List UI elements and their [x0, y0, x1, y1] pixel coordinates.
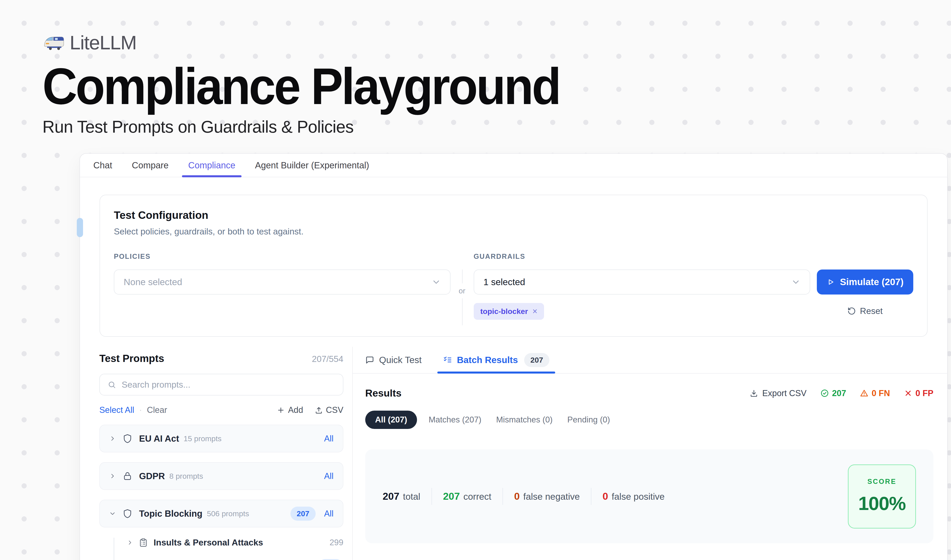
fn-count: 0 FN — [871, 389, 890, 398]
filter-mismatches[interactable]: Mismatches (0) — [496, 415, 552, 425]
false-negative-stat: 0false negative — [514, 491, 580, 502]
reset-label: Reset — [860, 306, 883, 316]
train-logo-icon — [42, 34, 65, 51]
lock-icon — [123, 471, 132, 481]
group-name: EU AI Act — [139, 434, 179, 444]
tab-agent-builder[interactable]: Agent Builder (Experimental) — [245, 154, 379, 177]
filter-pending[interactable]: Pending (0) — [567, 415, 610, 425]
chevron-down-icon — [432, 277, 441, 286]
group-name: Topic Blocking — [139, 509, 203, 519]
filter-matches[interactable]: Matches (207) — [429, 415, 482, 425]
reset-button[interactable]: Reset — [848, 306, 883, 316]
main-card: Chat Compare Compliance Agent Builder (E… — [80, 153, 948, 560]
export-csv-label: Export CSV — [762, 389, 806, 398]
upload-icon — [315, 406, 323, 414]
divider — [591, 488, 591, 505]
clipboard-icon — [139, 538, 148, 547]
group-all-link[interactable]: All — [324, 509, 334, 518]
x-icon — [904, 389, 913, 397]
config-subtitle: Select policies, guardrails, or both to … — [114, 227, 913, 237]
checklist-icon — [443, 355, 452, 365]
test-prompts-panel: Test Prompts 207/554 Select All · Clear … — [80, 347, 353, 560]
filter-all[interactable]: All (207) — [365, 411, 417, 429]
total-stat: 207total — [383, 491, 420, 502]
policies-select-value: None selected — [124, 277, 182, 288]
search-input[interactable] — [122, 380, 335, 390]
brand-name: LiteLLM — [70, 31, 136, 54]
select-all-link[interactable]: Select All — [99, 405, 134, 415]
config-title: Test Configuration — [114, 209, 913, 221]
search-icon — [108, 381, 116, 389]
prompts-title: Test Prompts — [99, 352, 164, 365]
upload-csv-button[interactable]: CSV — [315, 405, 343, 415]
subgroup-insults[interactable]: Insults & Personal Attacks 299 — [127, 538, 343, 548]
tab-compare[interactable]: Compare — [122, 154, 179, 177]
chevron-right-icon — [127, 540, 133, 546]
chat-bubble-icon — [365, 355, 374, 365]
chevron-down-icon — [109, 510, 116, 517]
shield-icon — [123, 434, 132, 443]
add-prompt-button[interactable]: Add — [277, 405, 303, 415]
page-title: Compliance Playground — [42, 61, 897, 112]
dot-separator: · — [139, 405, 142, 415]
quick-test-label: Quick Test — [379, 355, 422, 365]
chip-label: topic-blocker — [480, 307, 528, 316]
divider — [431, 488, 432, 505]
or-divider: or — [451, 269, 474, 320]
add-label: Add — [288, 405, 303, 415]
group-all-link[interactable]: All — [324, 434, 334, 443]
fp-count: 0 FP — [916, 389, 933, 398]
play-icon — [827, 278, 835, 286]
policies-label: POLICIES — [114, 252, 451, 261]
plus-icon — [277, 406, 285, 414]
circle-check-icon — [820, 389, 829, 397]
result-filters: All (207) Matches (207) Mismatches (0) P… — [353, 411, 947, 429]
tab-batch-results[interactable]: Batch Results 207 — [443, 347, 549, 373]
shield-icon — [123, 509, 132, 518]
group-count: 8 prompts — [169, 472, 203, 480]
guardrails-select[interactable]: 1 selected — [474, 269, 810, 294]
topic-blocking-children: Insults & Personal Attacks 299 Financial… — [114, 538, 343, 560]
csv-label: CSV — [326, 405, 343, 415]
score-value: 100% — [848, 492, 915, 514]
guardrails-label: GUARDRAILS — [474, 252, 810, 261]
passed-count: 207 — [832, 389, 846, 398]
prompts-count: 207/554 — [312, 354, 343, 364]
group-selected-badge: 207 — [291, 507, 315, 521]
batch-results-badge: 207 — [524, 353, 549, 367]
results-panel: Quick Test Batch Results 207 Results — [353, 347, 947, 560]
policies-select[interactable]: None selected — [114, 269, 451, 294]
simulate-button[interactable]: Simulate (207) — [817, 269, 913, 294]
guardrail-chip-topic-blocker[interactable]: topic-blocker × — [474, 303, 544, 320]
false-positive-metric: 0 FP — [904, 389, 933, 398]
prompt-group-topic-blocking[interactable]: Topic Blocking 506 prompts 207 All — [99, 500, 343, 528]
chevron-right-icon — [109, 473, 116, 479]
divider — [503, 488, 503, 505]
false-positive-stat: 0false positive — [603, 491, 665, 502]
guardrails-select-value: 1 selected — [483, 277, 525, 288]
prompt-group-gdpr[interactable]: GDPR 8 prompts All — [99, 462, 343, 490]
warning-triangle-icon — [860, 389, 868, 397]
subgroup-count: 299 — [329, 538, 343, 547]
subgroup-financial-advice[interactable]: Financial Advice 207 207 — [127, 559, 343, 560]
chevron-right-icon — [109, 435, 116, 442]
tab-compliance[interactable]: Compliance — [179, 154, 245, 177]
reset-icon — [848, 307, 856, 315]
tab-chat[interactable]: Chat — [83, 154, 122, 177]
page-subtitle: Run Test Prompts on Guardrails & Policie… — [42, 117, 951, 137]
clear-link[interactable]: Clear — [147, 405, 167, 415]
page-header: LiteLLM Compliance Playground Run Test P… — [0, 0, 951, 137]
group-all-link[interactable]: All — [324, 471, 334, 481]
false-negative-metric: 0 FN — [860, 389, 890, 398]
score-label: SCORE — [848, 478, 915, 486]
tab-quick-test[interactable]: Quick Test — [365, 347, 422, 373]
export-csv-button[interactable]: Export CSV — [749, 389, 806, 398]
score-card: SCORE 100% — [848, 465, 916, 529]
subgroup-name: Insults & Personal Attacks — [154, 538, 263, 548]
download-icon — [749, 389, 758, 397]
chip-remove-icon[interactable]: × — [532, 306, 537, 316]
brand: LiteLLM — [42, 31, 951, 54]
test-configuration-card: Test Configuration Select policies, guar… — [100, 195, 928, 337]
prompt-search[interactable] — [99, 374, 343, 395]
prompt-group-eu-ai-act[interactable]: EU AI Act 15 prompts All — [99, 425, 343, 452]
